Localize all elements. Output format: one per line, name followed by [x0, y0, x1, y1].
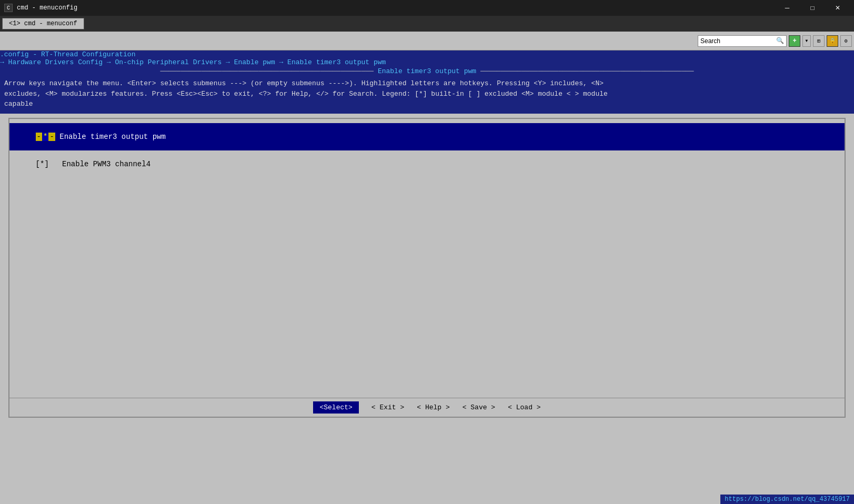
item1-indicator3: -	[48, 133, 55, 141]
menu-item-2[interactable]: [*] Enable PWM3 channel4	[9, 150, 845, 178]
title-bar-controls: ─ □ ✕	[775, 0, 850, 16]
help-label[interactable]: < Help >	[417, 404, 449, 411]
breadcrumb-line2: → Hardware Drivers Config → On-chip Peri…	[0, 58, 854, 66]
menuconfig-area: .config - RT-Thread Configuration → Hard…	[0, 51, 854, 114]
menu-title: ────────────────────────────────────────…	[0, 66, 854, 76]
toolbar: 🔍 + ▼ ⊞ 🔒 ⚙	[0, 32, 854, 51]
menu-bar: <1> cmd - menuconf	[0, 16, 854, 32]
title-bar: C cmd - menuconfig ─ □ ✕	[0, 0, 854, 16]
item2-label: Enable PWM3 channel4	[49, 160, 150, 168]
title-bar-left: C cmd - menuconfig	[4, 4, 77, 12]
item1-label: Enable timer3 output pwm	[55, 133, 166, 141]
help-line1: Arrow keys navigate the menu. <Enter> se…	[4, 78, 850, 89]
load-label[interactable]: < Load >	[508, 404, 540, 411]
status-bar: https://blog.csdn.net/qq_43745917	[720, 495, 854, 504]
app-icon: C	[4, 4, 13, 12]
minimize-button[interactable]: ─	[775, 0, 799, 16]
window-title: cmd - menuconfig	[17, 4, 77, 12]
help-line2: excludes, <M> modularizes features. Pres…	[4, 89, 850, 99]
help-area: Arrow keys navigate the menu. <Enter> se…	[0, 76, 854, 114]
add-button[interactable]: +	[789, 35, 800, 47]
maximize-button[interactable]: □	[800, 0, 825, 16]
lock-button[interactable]: 🔒	[827, 35, 838, 47]
item1-indicator: -	[36, 133, 42, 141]
save-label[interactable]: < Save >	[463, 404, 495, 411]
search-input[interactable]	[700, 37, 774, 45]
search-icon: 🔍	[776, 37, 784, 45]
item1-indicator2: *	[42, 133, 48, 141]
menu-panel: -*- Enable timer3 output pwm [*] Enable …	[8, 118, 846, 418]
menu-item-1[interactable]: -*- Enable timer3 output pwm	[9, 123, 845, 150]
search-box: 🔍	[698, 35, 787, 47]
select-button[interactable]: <Select>	[313, 401, 358, 414]
layout-button[interactable]: ⊞	[813, 35, 825, 47]
settings-button[interactable]: ⚙	[840, 35, 852, 47]
dropdown-arrow[interactable]: ▼	[802, 35, 811, 47]
item2-indicator: [*]	[36, 160, 49, 168]
status-url: https://blog.csdn.net/qq_43745917	[725, 496, 850, 503]
close-button[interactable]: ✕	[826, 0, 850, 16]
bottom-bar: <Select> < Exit > < Help > < Save > < Lo…	[9, 398, 845, 417]
tab-active[interactable]: <1> cmd - menuconf	[2, 18, 84, 29]
breadcrumb-line1: .config - RT-Thread Configuration	[0, 51, 854, 58]
help-line3: capable	[4, 99, 850, 109]
exit-label[interactable]: < Exit >	[371, 404, 404, 411]
